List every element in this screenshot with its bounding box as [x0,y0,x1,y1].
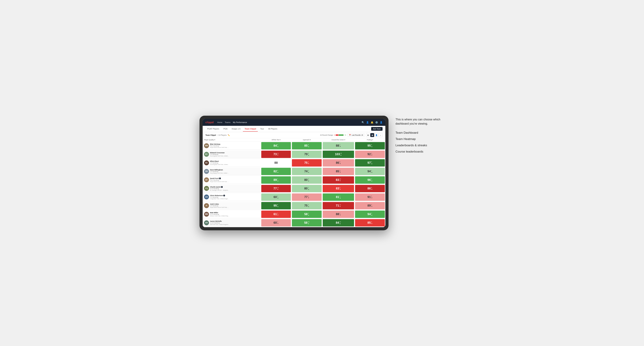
player-handicap: 1-5 Handicap [210,171,229,172]
player-cell-5[interactable]: CQ Charlie Quick✓ 6-10 Handicap St. Geor… [203,184,261,193]
calendar-icon: 📅 [349,134,351,136]
player-cell-9[interactable]: AN Aaron Nicholls 11-15 Handicap Drift G… [203,219,261,227]
score-cell-approach-0: 85 8▲ [292,142,322,150]
table-row: DB Dave Billingham 1-5 Handicap Gog Mago… [203,167,385,176]
table-row: AN Aaron Nicholls 11-15 Handicap Drift G… [203,219,385,227]
tab-allplayers[interactable]: All Players [266,126,279,132]
score-cell-around_green-9: 84 21▲ [322,219,354,227]
last-rounds-button[interactable]: 📅 Last Rounds: 20 [348,134,365,137]
nav-link-myperformance[interactable]: My Performance [233,121,247,123]
download-button[interactable]: ↓ [379,133,382,137]
score-box: 75 3▼ [292,159,322,167]
nav-icons: 🔍 👤 🔔 ⚙️ 👤 [362,121,382,124]
score-cell-around_green-4: 83 10▼ [322,176,354,184]
score-box: 88 1▼ [323,142,354,149]
col-header-offtee[interactable]: Off the Tee ▾ [261,138,292,142]
player-cell-0[interactable]: BM Blair McHarg Plus Handicap Royal Nort… [203,142,261,150]
score-change: 6▲ [277,144,278,147]
score-change: 4▲ [340,195,341,199]
nav-link-home[interactable]: Home [217,121,222,123]
settings-icon[interactable]: ⚙️ [375,121,378,124]
avatar: AN [204,220,209,225]
search-icon[interactable]: 🔍 [362,121,364,124]
player-cell-4[interactable]: DF David Ford✓ Plus Handicap Royal North… [203,176,261,184]
tab-teamclippd[interactable]: Team Clippd [243,126,258,132]
col-header-approach[interactable]: Approach ▾ [292,138,322,142]
score-change: 11▼ [340,204,341,207]
change-neg: -5 [334,134,335,136]
score-number: 86 [368,187,371,190]
player-club: Woburn Golf Club, United Kingdom [210,215,229,217]
score-cell-off_tee-4: 89 7▲ [261,176,292,184]
score-box: 80 1▲ [292,185,322,192]
player-cell-1[interactable]: EC Edward Crossman 1-5 Handicap Sunningd… [203,150,261,159]
score-change: 1▲ [371,170,372,173]
score-box: 96 3▲ [355,176,385,184]
score-change: 3▲ [308,178,310,181]
score-number: 82 [274,170,277,173]
menu-item-team-heatmap: Team Heatmap [396,137,444,141]
score-box: 83 10▼ [323,176,354,184]
tab-tour[interactable]: Tour [258,126,266,132]
player-cell-3[interactable]: DB Dave Billingham 1-5 Handicap Gog Mago… [203,167,261,176]
add-team-button[interactable]: Add Team [371,127,382,131]
score-cell-putting-9: 85 4▼ [354,219,385,227]
player-handicap: 6-10 Handicap [210,188,229,189]
bar-negative [336,134,338,136]
player-club: Sunningdale Golf Club, United Kingdom [210,155,229,157]
round-change: 20 Round Change -5 +5 [320,134,346,136]
player-cell-6[interactable]: CR Chris Robertson✓ 1-5 Handicap Craigmi… [203,193,261,201]
col-header-aroundgreen[interactable]: Around the Green ▾ [322,138,354,142]
score-box: 89 2▼ [355,202,385,209]
team-name: Team Clippd [206,134,216,136]
bell-icon[interactable]: 🔔 [371,121,374,124]
grid-view-button[interactable]: ⊞ [366,133,370,137]
score-change: 14▼ [277,187,278,190]
tablet-screen: clippd Home Teams My Performance 🔍 👤 🔔 ⚙… [203,119,385,227]
menu-item-team-dashboard: Team Dashboard [396,131,444,135]
page-wrapper: clippd Home Teams My Performance 🔍 👤 🔔 ⚙… [200,116,444,230]
person-view-button[interactable]: 👤 [374,133,378,137]
score-box: 88 2▼ [323,211,354,218]
player-cell-8[interactable]: MM Matt Miller 6-10 Handicap Woburn Golf… [203,210,261,219]
table-row: CR Chris Robertson✓ 1-5 Handicap Craigmi… [203,193,385,201]
score-box: 85 8▲ [292,142,322,149]
score-cell-approach-5: 80 1▲ [292,184,322,193]
score-box: 61 3▼ [261,211,291,218]
score-cell-around_green-7: 71 11▼ [322,201,354,210]
tabs: PGAT Players PGA Hcaps 1-5 Team Clippd T… [206,126,279,131]
player-info: Dave Billingham 1-5 Handicap Gog Magog G… [210,169,229,174]
avatar: BM [204,143,209,148]
nav-link-teams[interactable]: Teams [225,121,230,123]
menu-item-course-leaderboards: Course leaderboards [396,150,444,154]
score-box: 88 [261,159,291,167]
player-handicap: 1-5 Handicap [210,196,229,198]
score-box: 83 6▼ [323,185,354,192]
score-box: 79 9▲ [292,151,322,158]
person-icon[interactable]: 👤 [366,121,369,124]
score-number: 84 [336,221,339,224]
player-cell-7[interactable]: JC Josh Coles 1-5 Handicap Royal North D… [203,201,261,210]
score-change: 7▲ [277,178,278,181]
avatar-icon[interactable]: 👤 [380,121,382,124]
score-number: 58 [304,221,308,224]
score-change: 3▼ [340,170,341,173]
player-handicap: Plus Handicap [210,145,229,147]
score-number: 61 [274,212,277,216]
tab-pgat[interactable]: PGAT Players [206,126,221,132]
score-number: 84 [274,144,277,148]
tab-hcaps[interactable]: Hcaps 1-5 [230,126,242,132]
score-change: 21▲ [340,221,341,224]
player-handicap: 1-5 Handicap [210,162,229,164]
score-change: 3▲ [371,212,372,216]
player-cell-2[interactable]: EE Elliot Ebert 1-5 Handicap Sunningdale… [203,159,261,167]
edit-icon[interactable]: ✏️ [228,134,230,136]
score-change: 8▲ [277,204,278,207]
score-cell-putting-3: 94 1▲ [354,167,385,176]
col-header-putting[interactable]: Putting ▾ [354,138,385,142]
score-cell-putting-0: 95 9▲ [354,142,385,150]
score-number: 77 [274,187,277,190]
col-header-player[interactable]: Player Quality ▾ [203,138,261,142]
tab-pga[interactable]: PGA [222,126,229,132]
heatmap-view-button[interactable]: ▦ [370,133,374,137]
